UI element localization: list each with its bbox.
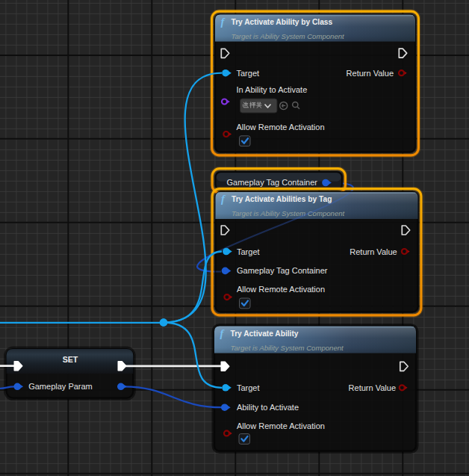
svg-text:Allow Remote Activation: Allow Remote Activation [237,285,325,294]
svg-text:Target: Target [237,383,260,392]
svg-text:Return Value: Return Value [350,247,397,256]
svg-text:Gameplay Param: Gameplay Param [28,382,93,391]
svg-text:Gameplay Tag Container: Gameplay Tag Container [227,178,318,187]
svg-text:Try Activate Ability by Class: Try Activate Ability by Class [232,18,333,26]
svg-text:In Ability to Activate: In Ability to Activate [237,85,308,94]
svg-text:SET: SET [63,355,78,364]
svg-text:Return Value: Return Value [349,383,396,392]
svg-text:Try Activate Ability: Try Activate Ability [231,330,299,338]
svg-text:Target is Ability System Compo: Target is Ability System Component [232,209,345,217]
svg-text:Gameplay Tag Container: Gameplay Tag Container [237,266,328,275]
svg-text:Target is Ability System Compo: Target is Ability System Component [232,32,345,40]
svg-text:Allow Remote Activation: Allow Remote Activation [237,123,325,132]
svg-text:Allow Remote Activation: Allow Remote Activation [237,421,325,430]
svg-text:Target is Ability System Compo: Target is Ability System Component [231,344,344,352]
svg-text:Try Activate Abilities by Tag: Try Activate Abilities by Tag [232,195,332,203]
svg-text:Return Value: Return Value [347,69,394,78]
svg-text:Target: Target [237,247,260,256]
svg-text:Target: Target [237,69,260,78]
svg-text:Ability to Activate: Ability to Activate [237,403,299,412]
